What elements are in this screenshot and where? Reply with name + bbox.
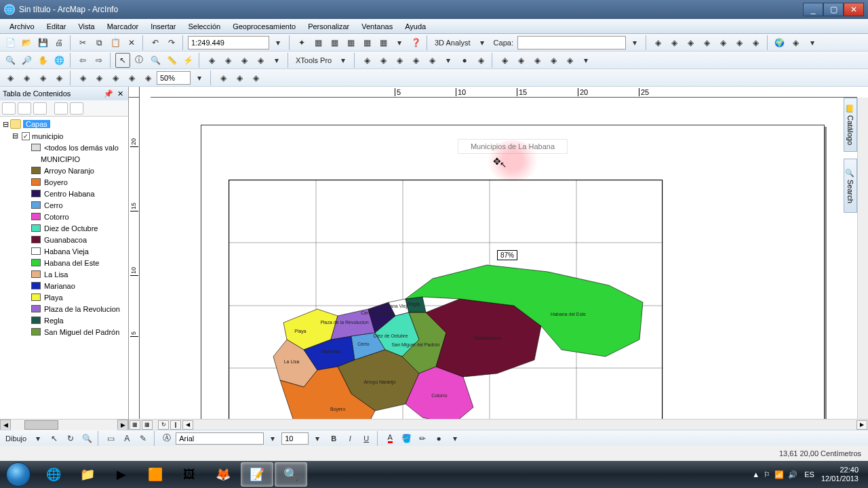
- close-button[interactable]: ✕: [844, 3, 864, 16]
- canvas-vscroll[interactable]: [857, 98, 868, 419]
- taskbar-ie[interactable]: 🌐: [37, 462, 70, 487]
- scale-combo[interactable]: 1:249.449: [188, 36, 269, 49]
- back-icon[interactable]: ⇦: [75, 53, 90, 68]
- page-frame[interactable]: Municipios de La Habana ✥↖: [201, 125, 825, 419]
- fwd-icon[interactable]: ⇨: [92, 53, 106, 68]
- legend-item[interactable]: Marianao: [1, 280, 127, 291]
- capa-dropdown-icon[interactable]: ▾: [627, 35, 642, 50]
- zoom-dropdown-icon[interactable]: ▾: [192, 70, 207, 85]
- minimize-button[interactable]: _: [803, 3, 823, 16]
- taskbar-media[interactable]: ▶: [105, 462, 138, 487]
- l5-icon[interactable]: ◈: [75, 70, 90, 85]
- menu-selección[interactable]: Selección: [182, 21, 226, 32]
- tree-root[interactable]: ⊟ Capas: [1, 118, 127, 130]
- scroll-right-icon[interactable]: ▶: [117, 420, 128, 430]
- xtools-dropdown-icon[interactable]: ▾: [336, 53, 351, 68]
- xc-icon[interactable]: ◈: [237, 53, 252, 68]
- t1-icon[interactable]: ◈: [651, 35, 666, 50]
- fontcolor-button[interactable]: A: [382, 431, 397, 446]
- l7-icon[interactable]: ◈: [108, 70, 123, 85]
- prev-button[interactable]: ◀: [182, 420, 193, 430]
- size-combo[interactable]: 10: [281, 432, 309, 445]
- z4-icon[interactable]: ◈: [546, 53, 561, 68]
- menu-ayuda[interactable]: Ayuda: [399, 21, 431, 32]
- legend-item[interactable]: Centro Habana: [1, 188, 127, 199]
- map-title[interactable]: Municipios de La Habana: [458, 139, 568, 154]
- legend-item[interactable]: Habana Vieja: [1, 245, 127, 257]
- layout-canvas[interactable]: Municipios de La Habana ✥↖: [140, 98, 857, 419]
- taskbar-app1[interactable]: 🟧: [139, 462, 172, 487]
- y7-icon[interactable]: ●: [457, 53, 472, 68]
- identify-icon[interactable]: ⓘ: [132, 53, 146, 68]
- layer-checkbox[interactable]: ✓: [22, 132, 30, 140]
- draw-zoom-icon[interactable]: 🔍: [79, 431, 94, 446]
- z5-icon[interactable]: ◈: [562, 53, 577, 68]
- copy-icon[interactable]: ⧉: [92, 35, 106, 50]
- m1-icon[interactable]: ◈: [216, 70, 231, 85]
- font-combo[interactable]: Arial: [176, 432, 264, 445]
- legend-item[interactable]: Playa: [1, 291, 127, 303]
- y5-icon[interactable]: ◈: [425, 53, 439, 68]
- legend-item[interactable]: Plaza de la Revolucion: [1, 303, 127, 314]
- save-icon[interactable]: 💾: [35, 35, 50, 50]
- fillcolor-button[interactable]: 🪣: [399, 431, 414, 446]
- help-icon[interactable]: ❓: [408, 35, 423, 50]
- italic-button[interactable]: I: [342, 431, 357, 446]
- y4-icon[interactable]: ◈: [408, 53, 423, 68]
- linecolor-button[interactable]: ✏: [415, 431, 430, 446]
- hyperlink-icon[interactable]: ⚡: [180, 53, 195, 68]
- xd-icon[interactable]: ◈: [253, 53, 268, 68]
- refresh-button[interactable]: ↻: [158, 420, 169, 430]
- l1-icon[interactable]: ◈: [3, 70, 18, 85]
- tray-network-icon[interactable]: 📶: [774, 470, 784, 479]
- taskbar-notes[interactable]: 📝: [241, 462, 273, 487]
- y8-icon[interactable]: ◈: [473, 53, 488, 68]
- collapse-icon[interactable]: ⊟: [12, 131, 18, 140]
- font-icon[interactable]: Ⓐ: [159, 431, 174, 446]
- undo-icon[interactable]: ↶: [148, 35, 163, 50]
- menu-archivo[interactable]: Archivo: [4, 21, 40, 32]
- measure-icon[interactable]: 📏: [164, 53, 179, 68]
- delete-icon[interactable]: ✕: [124, 35, 139, 50]
- draw-rect-icon[interactable]: ▭: [103, 431, 118, 446]
- t4-icon[interactable]: ◈: [700, 35, 715, 50]
- cut-icon[interactable]: ✂: [75, 35, 90, 50]
- menu-vista[interactable]: Vista: [73, 21, 100, 32]
- taskbar-firefox[interactable]: 🦊: [207, 462, 239, 487]
- search-tab[interactable]: 🔍 Search: [844, 159, 857, 213]
- l3-icon[interactable]: ◈: [35, 70, 50, 85]
- menu-ventanas[interactable]: Ventanas: [356, 21, 398, 32]
- paste-icon[interactable]: 📋: [108, 35, 123, 50]
- new-icon[interactable]: 📄: [3, 35, 18, 50]
- t2-icon[interactable]: ◈: [667, 35, 682, 50]
- legend-item[interactable]: Guanabacoa: [1, 234, 127, 245]
- tool-d-icon[interactable]: ▦: [343, 35, 358, 50]
- y1-icon[interactable]: ◈: [359, 53, 374, 68]
- scroll-left-icon[interactable]: ◀: [0, 420, 11, 430]
- tray-clock[interactable]: 22:40 12/01/2013: [821, 466, 859, 483]
- zoomin-icon[interactable]: 🔍: [3, 53, 18, 68]
- y2-icon[interactable]: ◈: [376, 53, 391, 68]
- z3-icon[interactable]: ◈: [530, 53, 545, 68]
- toc-view1-icon[interactable]: [2, 102, 16, 115]
- taskbar-app2[interactable]: 🖼: [173, 462, 205, 487]
- legend-item[interactable]: San Miguel del Padrón: [1, 326, 127, 338]
- l2-icon[interactable]: ◈: [19, 70, 34, 85]
- tool-b-icon[interactable]: ▦: [311, 35, 326, 50]
- more-dropdown-icon[interactable]: ▾: [448, 431, 462, 446]
- size-dropdown-icon[interactable]: ▾: [310, 431, 325, 446]
- legend-item[interactable]: Cerro: [1, 199, 127, 211]
- t3-icon[interactable]: ◈: [684, 35, 698, 50]
- markercolor-button[interactable]: ●: [431, 431, 446, 446]
- full-extent-icon[interactable]: 🌐: [52, 53, 66, 68]
- xe-icon[interactable]: ▾: [269, 53, 284, 68]
- draw-text-icon[interactable]: A: [119, 431, 134, 446]
- l4-icon[interactable]: ◈: [52, 70, 66, 85]
- t7-icon[interactable]: ◈: [749, 35, 764, 50]
- data-view-button[interactable]: ▦: [130, 420, 140, 430]
- draw-select-icon[interactable]: ↖: [47, 431, 62, 446]
- scale-dropdown-icon[interactable]: ▾: [271, 35, 285, 50]
- menu-insertar[interactable]: Insertar: [145, 21, 181, 32]
- menu-geoprocesamiento[interactable]: Geoprocesamiento: [227, 21, 301, 32]
- tray-action-icon[interactable]: ⚐: [764, 470, 770, 479]
